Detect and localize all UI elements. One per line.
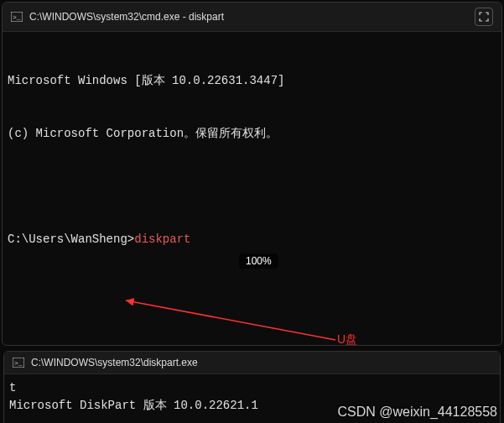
- cmd-title: C:\WINDOWS\system32\cmd.exe - diskpart: [29, 11, 468, 23]
- cmd-icon: >_: [11, 12, 23, 22]
- svg-text:>_: >_: [14, 359, 23, 367]
- cmd-diskpart-command: diskpart: [134, 232, 190, 246]
- diskpart-icon: >_: [13, 358, 24, 368]
- cmd-prompt-line: C:\Users\WanSheng>diskpart: [8, 231, 496, 248]
- cmd-output[interactable]: Microsoft Windows [版本 10.0.22631.3447] (…: [3, 32, 501, 345]
- cmd-copyright-line: (c) Microsoft Corporation。保留所有权利。: [8, 125, 496, 143]
- blank-line: [8, 284, 496, 301]
- watermark: CSDN @weixin_44128558: [337, 405, 497, 420]
- zoom-badge: 100%: [239, 253, 278, 269]
- cmd-version-line: Microsoft Windows [版本 10.0.22631.3447]: [8, 72, 496, 90]
- cmd-window: >_ C:\WINDOWS\system32\cmd.exe - diskpar…: [2, 2, 502, 346]
- annotation-label: U盘: [337, 332, 357, 347]
- cmd-prompt-path: C:\Users\WanSheng>: [8, 232, 134, 246]
- svg-text:>_: >_: [13, 13, 21, 21]
- fullscreen-button[interactable]: [475, 8, 493, 26]
- blank-line: [8, 178, 496, 196]
- cmd-titlebar[interactable]: >_ C:\WINDOWS\system32\cmd.exe - diskpar…: [3, 3, 501, 32]
- diskpart-titlebar[interactable]: >_ C:\WINDOWS\system32\diskpart.exe: [4, 352, 500, 374]
- partial-char: t: [9, 381, 16, 394]
- diskpart-title: C:\WINDOWS\system32\diskpart.exe: [31, 357, 491, 368]
